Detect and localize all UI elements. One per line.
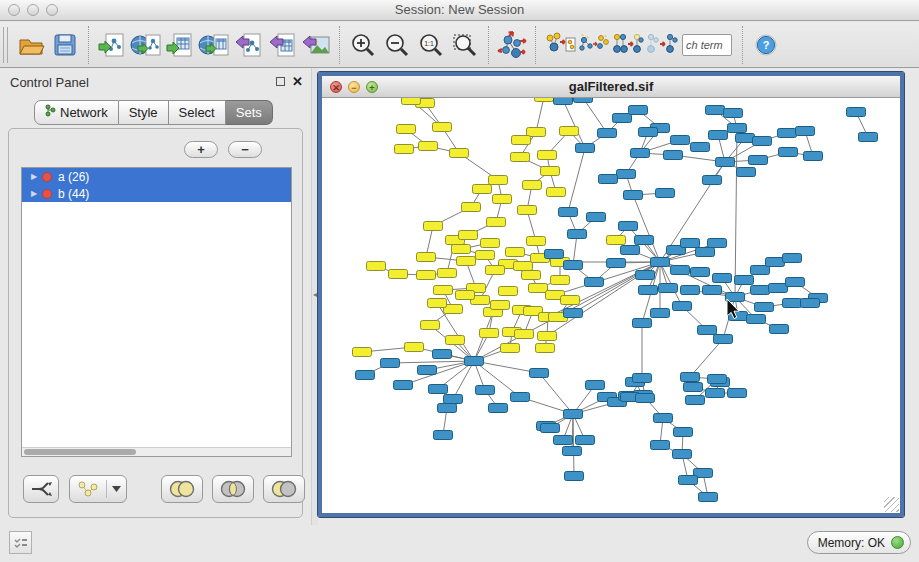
save-session-icon[interactable] [48,28,82,62]
graph-node-blue[interactable] [674,428,693,437]
graph-node-yellow[interactable] [487,218,506,227]
graph-node-blue[interactable] [563,447,582,456]
graph-node-blue[interactable] [639,286,658,295]
graph-node-blue[interactable] [783,254,802,263]
graph-node-blue[interactable] [656,189,675,198]
graph-node-blue[interactable] [681,239,700,248]
network-canvas[interactable] [322,98,900,513]
tab-style[interactable]: Style [119,100,169,125]
graph-node-blue[interactable] [681,286,700,295]
graph-node-blue[interactable] [724,109,743,118]
graph-node-yellow[interactable] [473,185,492,194]
graph-node-blue[interactable] [559,208,578,217]
memory-status-button[interactable]: Memory: OK [807,531,911,554]
graph-node-yellow[interactable] [536,344,555,353]
graph-node-yellow[interactable] [493,195,512,204]
graph-node-blue[interactable] [587,213,606,222]
graph-node-yellow[interactable] [491,301,510,310]
graph-node-blue[interactable] [654,414,673,423]
split-set-button[interactable] [23,475,59,503]
graph-node-yellow[interactable] [506,248,525,257]
graph-node-blue[interactable] [564,261,583,270]
graph-node-blue[interactable] [684,383,703,392]
graph-node-blue[interactable] [755,303,774,312]
graph-node-blue[interactable] [511,393,530,402]
expand-set-icon[interactable]: ▶ [22,172,38,181]
zoom-actual-size-icon[interactable]: 1:1 [414,28,448,62]
set-difference-button[interactable] [263,475,305,503]
graph-node-blue[interactable] [489,404,508,413]
graph-node-blue[interactable] [576,144,595,153]
graph-node-yellow[interactable] [417,253,436,262]
help-icon[interactable]: ? [749,28,783,62]
graph-node-blue[interactable] [545,250,564,259]
graph-node-yellow[interactable] [367,262,386,271]
graph-node-blue[interactable] [713,274,732,283]
graph-node-yellow[interactable] [462,203,481,212]
graph-node-blue[interactable] [576,436,595,445]
graph-node-yellow[interactable] [514,262,533,271]
set-union-button[interactable] [161,475,203,503]
graph-node-blue[interactable] [751,286,770,295]
graph-node-yellow[interactable] [457,257,476,266]
graph-node-blue[interactable] [779,148,798,157]
graph-node-blue[interactable] [465,357,484,366]
graph-node-blue[interactable] [681,373,700,382]
set-row[interactable]: ▶b (44) [22,185,291,202]
graph-node-blue[interactable] [433,350,452,359]
graph-node-yellow[interactable] [389,270,408,279]
graph-node-yellow[interactable] [421,321,440,330]
graph-node-blue[interactable] [859,133,878,142]
graph-node-yellow[interactable] [607,236,626,245]
graph-node-blue[interactable] [716,158,735,167]
graph-node-blue[interactable] [691,143,710,152]
minimize-window-button[interactable] [27,4,39,16]
graph-node-yellow[interactable] [541,167,560,176]
graph-node-yellow[interactable] [480,329,499,338]
graph-node-blue[interactable] [737,168,756,177]
graph-node-blue[interactable] [613,114,632,123]
graph-node-blue[interactable] [736,134,755,143]
set-row[interactable]: ▶a (26) [22,168,291,185]
graph-node-blue[interactable] [703,286,722,295]
graph-node-yellow[interactable] [486,266,505,275]
graph-node-blue[interactable] [708,239,727,248]
zoom-out-icon[interactable] [380,28,414,62]
graph-node-yellow[interactable] [446,336,465,345]
graph-node-blue[interactable] [617,170,636,179]
graph-node-yellow[interactable] [433,123,452,132]
graph-node-blue[interactable] [599,175,618,184]
graph-node-yellow[interactable] [499,287,518,296]
graph-node-yellow[interactable] [452,245,471,254]
graph-node-blue[interactable] [673,302,692,311]
graph-node-blue[interactable] [671,266,690,275]
graph-node-yellow[interactable] [428,299,447,308]
graph-node-yellow[interactable] [547,188,566,197]
graph-node-yellow[interactable] [522,271,541,280]
graph-node-yellow[interactable] [417,271,436,280]
graph-node-blue[interactable] [444,395,463,404]
graph-node-blue[interactable] [753,137,772,146]
graph-node-blue[interactable] [728,124,747,133]
export-table-icon[interactable] [265,28,299,62]
graph-node-blue[interactable] [629,106,648,115]
graph-node-yellow[interactable] [515,330,534,339]
graph-node-blue[interactable] [699,493,718,502]
graph-node-blue[interactable] [786,278,805,287]
graph-node-blue[interactable] [769,284,788,293]
graph-node-yellow[interactable] [459,231,478,240]
zoom-in-icon[interactable] [346,28,380,62]
graph-node-yellow[interactable] [560,127,579,136]
graph-node-blue[interactable] [673,450,692,459]
tab-select[interactable]: Select [169,100,226,125]
graph-node-blue[interactable] [801,299,820,308]
graph-node-yellow[interactable] [402,98,421,105]
open-session-icon[interactable] [14,28,48,62]
graph-node-yellow[interactable] [397,125,416,134]
extract-set-button[interactable] [69,475,127,503]
network-graph[interactable] [322,98,900,513]
graph-node-yellow[interactable] [434,286,453,295]
graph-node-blue[interactable] [356,371,375,380]
graph-node-yellow[interactable] [476,251,495,260]
graph-node-blue[interactable] [804,152,823,161]
